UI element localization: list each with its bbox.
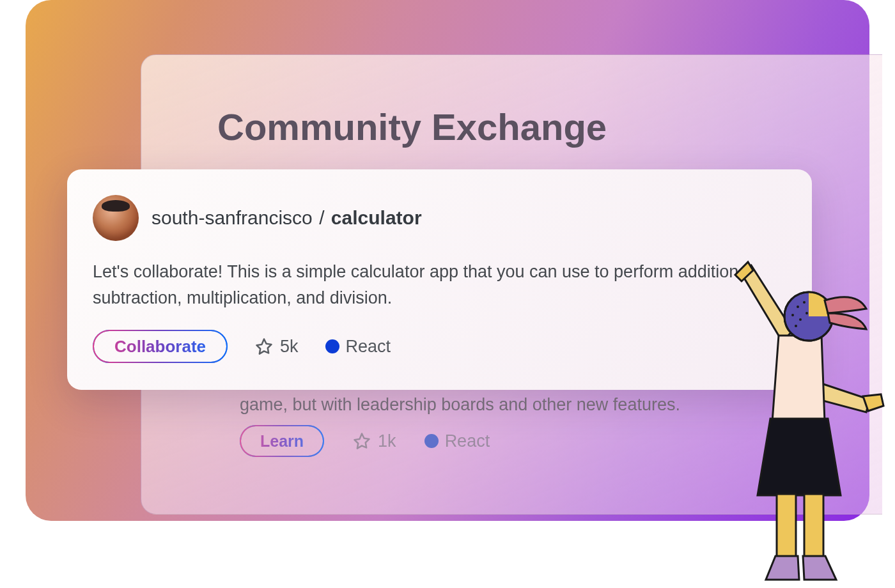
avatar[interactable] <box>93 195 139 241</box>
repo-owner: south-sanfrancisco <box>152 207 313 228</box>
repo-card-bg-footer: Learn 1k React <box>240 425 490 457</box>
learn-button[interactable]: Learn <box>240 425 324 457</box>
star-icon <box>352 431 371 451</box>
button-label: Collaborate <box>114 337 206 357</box>
repo-description: Let's collaborate! This is a simple calc… <box>93 259 786 311</box>
page-title: Community Exchange <box>217 105 607 148</box>
language-stat-bg: React <box>424 431 490 451</box>
star-icon <box>254 337 274 356</box>
language-stat: React <box>325 337 391 357</box>
stars-count: 5k <box>280 337 299 357</box>
language-dot-icon <box>325 339 339 353</box>
repo-card-featured[interactable]: south-sanfrancisco / calculator Let's co… <box>67 169 812 390</box>
button-label: Learn <box>260 432 304 451</box>
stars-count-bg: 1k <box>378 431 396 451</box>
language-dot-icon <box>424 434 439 448</box>
repo-path[interactable]: south-sanfrancisco / calculator <box>152 207 422 229</box>
collaborate-button[interactable]: Collaborate <box>93 330 228 363</box>
language-name: React <box>346 337 391 357</box>
stars-stat-bg[interactable]: 1k <box>352 431 396 451</box>
stars-stat[interactable]: 5k <box>254 337 299 357</box>
repo-name: calculator <box>331 207 422 228</box>
language-name-bg: React <box>445 431 490 451</box>
repo-separator: / <box>319 207 324 228</box>
repo-description-bg: game, but with leadership boards and oth… <box>240 395 770 415</box>
